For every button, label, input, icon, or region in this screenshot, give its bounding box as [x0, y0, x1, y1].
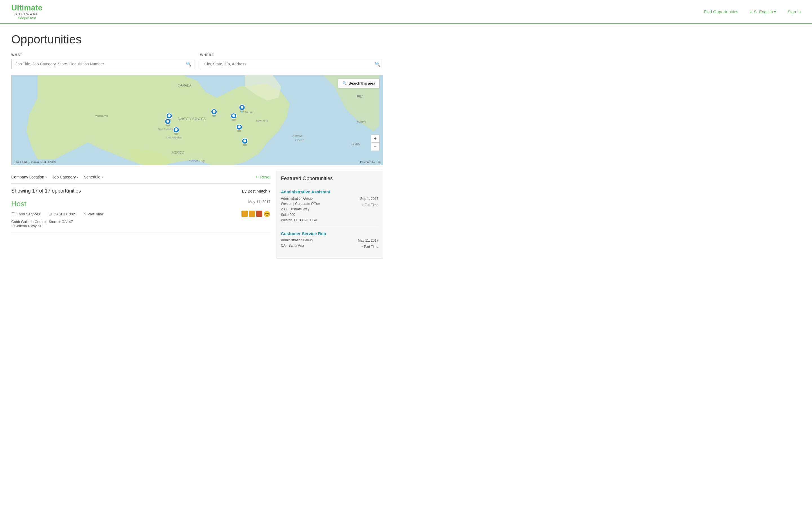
map-attribution: Esri, HERE, Garmin, NGA, USGS: [14, 161, 56, 164]
right-column: Featured Opportunities Administrative As…: [276, 171, 383, 258]
job-category-filter[interactable]: Job Category ▾: [52, 175, 78, 179]
svg-text:Toronto: Toronto: [245, 111, 255, 114]
rating-sq-2: [249, 211, 255, 217]
what-search-button[interactable]: 🔍: [186, 61, 192, 67]
schedule-filter[interactable]: Schedule ▾: [84, 175, 103, 179]
logo: Ultimate SOFTWARE People first: [11, 3, 42, 20]
what-input[interactable]: [11, 59, 194, 69]
job-schedule-item: ○ Part Time: [83, 212, 103, 216]
clock-icon-2: ○: [361, 244, 363, 250]
where-search-button[interactable]: 🔍: [375, 61, 380, 67]
svg-text:Vancouver: Vancouver: [95, 114, 108, 117]
search-icon: 🔍: [342, 81, 347, 85]
what-search-group: WHAT 🔍: [11, 53, 194, 69]
svg-text:Mexico City: Mexico City: [189, 159, 205, 163]
job-date: May 11, 2017: [248, 200, 270, 204]
main-nav: Find Opportunities U.S. English ▾ Sign I…: [704, 9, 801, 14]
featured-item-1-details: Administration Group Weston | Corporate …: [281, 196, 378, 223]
featured-item-1-left: Administration Group Weston | Corporate …: [281, 196, 320, 223]
sign-in-link[interactable]: Sign In: [787, 9, 801, 14]
svg-text:Los Angeles: Los Angeles: [167, 136, 182, 139]
reset-icon: ↻: [256, 175, 259, 179]
what-label: WHAT: [11, 53, 194, 57]
where-label: WHERE: [200, 53, 383, 57]
sort-button[interactable]: By Best Match ▾: [242, 189, 270, 194]
svg-point-30: [167, 119, 172, 121]
svg-text:Atlantic: Atlantic: [292, 134, 303, 137]
featured-panel-title: Featured Opportunities: [281, 176, 378, 181]
svg-point-22: [237, 130, 241, 132]
svg-point-26: [166, 124, 170, 127]
job-meta: ☰ Food Services ⊞ CASHI01002 ○ Part Time: [11, 211, 270, 217]
sort-caret: ▾: [269, 189, 270, 194]
zoom-in-button[interactable]: +: [371, 135, 379, 143]
svg-point-28: [174, 133, 179, 135]
logo-tagline: People first: [11, 16, 42, 20]
job-req-item: ⊞ CASHI01002: [48, 212, 75, 216]
company-location-caret: ▾: [45, 176, 47, 179]
rating-sq-3: [256, 211, 262, 217]
language-selector[interactable]: U.S. English ▾: [750, 9, 776, 14]
schedule-caret: ▾: [101, 176, 103, 179]
svg-point-23: [238, 125, 241, 128]
map-powered-by: Powered by Esri: [360, 161, 380, 164]
job-location: Cobb Galleria Centre | Store # GA147 2 G…: [11, 220, 270, 228]
job-req-number: CASHI01002: [53, 212, 75, 216]
featured-item-2-left: Administration Group CA - Santa Ana: [281, 238, 313, 248]
clock-icon-1: ○: [362, 202, 364, 208]
logo-text: Ultimate: [11, 3, 42, 12]
req-icon: ⊞: [48, 212, 52, 216]
svg-text:New York: New York: [256, 119, 268, 122]
where-input-wrap: 🔍: [200, 59, 383, 69]
svg-point-17: [213, 110, 216, 113]
svg-text:Ocean: Ocean: [295, 138, 304, 142]
header: Ultimate SOFTWARE People first Find Oppo…: [0, 0, 812, 24]
svg-text:CANADA: CANADA: [178, 83, 192, 87]
logo-software: SOFTWARE: [11, 12, 42, 16]
filters-bar: Company Location ▾ Job Category ▾ Schedu…: [11, 171, 270, 183]
rating-face-icon: 😊: [263, 211, 270, 217]
job-schedule-label: Part Time: [87, 212, 103, 216]
svg-point-20: [231, 119, 236, 121]
where-input[interactable]: [200, 59, 383, 69]
featured-job-title-1[interactable]: Administrative Assistant: [281, 189, 378, 194]
left-column: Company Location ▾ Job Category ▾ Schedu…: [11, 171, 270, 258]
rating-sq-1: [241, 211, 247, 217]
svg-point-21: [232, 114, 235, 117]
map-zoom-controls: + −: [371, 134, 379, 151]
main-content: Opportunities WHAT 🔍 WHERE 🔍: [0, 24, 395, 267]
featured-panel: Featured Opportunities Administrative As…: [276, 171, 383, 258]
svg-point-25: [243, 139, 246, 142]
map-svg: CANADA UNITED STATES MEXICO Mexico City …: [11, 75, 383, 165]
map-container[interactable]: CANADA UNITED STATES MEXICO Mexico City …: [11, 75, 383, 165]
company-location-filter[interactable]: Company Location ▾: [11, 175, 47, 179]
svg-point-31: [168, 114, 171, 117]
featured-job-title-2[interactable]: Customer Service Rep: [281, 231, 378, 236]
find-opportunities-link[interactable]: Find Opportunities: [704, 9, 738, 14]
results-count: Showing 17 of 17 opportunities: [11, 188, 81, 194]
category-icon: ☰: [11, 212, 15, 216]
zoom-out-button[interactable]: −: [371, 143, 379, 151]
search-section: WHAT 🔍 WHERE 🔍: [11, 53, 383, 69]
job-category-item: ☰ Food Services: [11, 212, 40, 216]
featured-item-2: Customer Service Rep Administration Grou…: [281, 227, 378, 254]
search-this-area-button[interactable]: 🔍 Search this area: [338, 79, 379, 88]
featured-item-2-right: May 11, 2017 ○ Part Time: [358, 238, 378, 250]
svg-text:MEXICO: MEXICO: [172, 151, 185, 154]
page-title: Opportunities: [11, 33, 383, 46]
svg-point-29: [175, 128, 178, 131]
what-input-wrap: 🔍: [11, 59, 194, 69]
job-category-caret: ▾: [77, 176, 78, 179]
reset-button[interactable]: ↻ Reset: [256, 175, 270, 179]
job-listing: Host May 11, 2017 ☰ Food Services ⊞ CASH…: [11, 200, 270, 233]
schedule-icon: ○: [83, 212, 86, 216]
featured-item-2-details: Administration Group CA - Santa Ana May …: [281, 238, 378, 250]
results-header: Showing 17 of 17 opportunities By Best M…: [11, 188, 270, 194]
svg-point-24: [242, 144, 247, 146]
where-search-group: WHERE 🔍: [200, 53, 383, 69]
content-row: Company Location ▾ Job Category ▾ Schedu…: [11, 171, 383, 258]
job-title-row: Host May 11, 2017: [11, 200, 270, 208]
job-title[interactable]: Host: [11, 200, 26, 208]
svg-text:UNITED STATES: UNITED STATES: [178, 117, 206, 121]
featured-item-1: Administrative Assistant Administration …: [281, 185, 378, 227]
